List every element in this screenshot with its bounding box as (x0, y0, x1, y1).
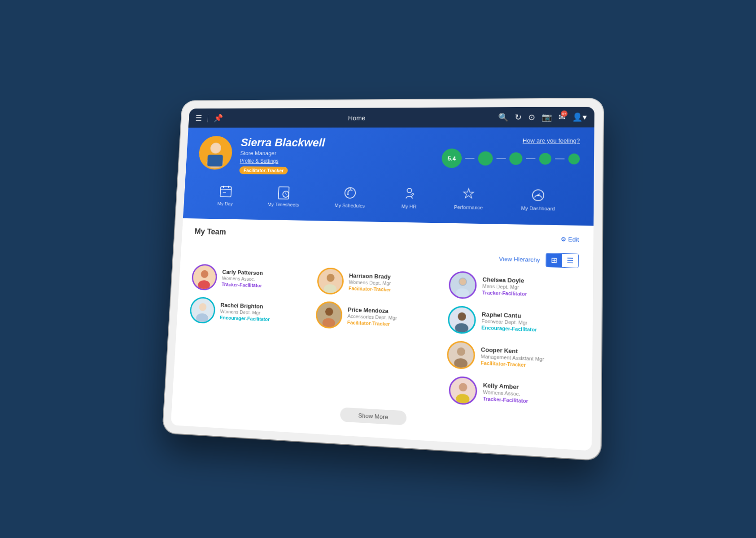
member-info-price: Price Mendoza Accessories Dept. Mgr Faci… (347, 306, 439, 328)
view-hierarchy-link[interactable]: View Hierarchy (498, 255, 540, 263)
member-info-raphel: Raphel Cantu Footwear Dept. Mgr Encourag… (481, 311, 578, 334)
team-member-carly: Carly Patterson Womens Assoc. Tracker-Fa… (191, 264, 309, 293)
member-info-harrison: Harrison Brady Womens Dept. Mgr Facilita… (348, 272, 440, 294)
nav-label-my-timesheets: My Timesheets (267, 201, 299, 207)
hero-section: Sierra Blackwell Store Manager Profile &… (183, 127, 594, 226)
nav-left: ☰ 📌 (195, 113, 223, 123)
nav-item-my-hr[interactable]: My HR (401, 186, 417, 209)
member-avatar-chelsea (449, 271, 477, 299)
mail-icon[interactable]: ✉ 9+ (558, 112, 565, 122)
mood-line-1 (465, 158, 474, 159)
member-avatar-rachel (189, 296, 215, 323)
hero-info: Sierra Blackwell Store Manager Profile &… (239, 136, 433, 176)
user-badge-tag: Facilitator-Tracker (239, 166, 288, 174)
team-member-price: Price Mendoza Accessories Dept. Mgr Faci… (315, 301, 439, 333)
member-avatar-price (315, 301, 342, 329)
member-avatar-kelly (449, 376, 477, 405)
hero-top: Sierra Blackwell Store Manager Profile &… (198, 136, 580, 177)
nav-item-my-timesheets[interactable]: My Timesheets (267, 184, 299, 207)
team-grid: Carly Patterson Womens Assoc. Tracker-Fa… (187, 264, 578, 374)
my-team-header: My Team ⚙ Edit (194, 227, 579, 244)
edit-label: Edit (568, 236, 579, 243)
team-member-cooper: Cooper Kent Management Assistant Mgr Fac… (446, 340, 577, 374)
nav-right: 🔍 ↻ ⊙ 📷 ✉ 9+ 👤▾ (498, 112, 587, 122)
member-info-kelly: Kelly Amber Womens Assoc. Tracker-Facili… (482, 382, 577, 406)
pin-icon[interactable]: 📌 (213, 113, 223, 122)
user-avatar (198, 136, 232, 169)
feeling-link[interactable]: How are you feeling? (522, 137, 580, 144)
team-member-raphel: Raphel Cantu Footwear Dept. Mgr Encourag… (447, 305, 578, 338)
list-view-button[interactable]: ☰ (562, 253, 578, 267)
nav-label-my-hr: My HR (401, 204, 416, 209)
profile-settings-link[interactable]: Profile & Settings (240, 158, 433, 165)
member-info-cooper: Cooper Kent Management Assistant Mgr Fac… (481, 346, 578, 370)
my-team-title: My Team (194, 227, 226, 237)
tablet-wrapper: ☰ 📌 Home 🔍 ↻ ⊙ 📷 ✉ 9+ 👤▾ (162, 99, 603, 460)
mail-badge: 9+ (561, 110, 568, 117)
nav-title: Home (223, 113, 498, 121)
nav-item-my-day[interactable]: My Day (217, 184, 234, 206)
team-member-kelly: Kelly Amber Womens Assoc. Tracker-Facili… (449, 376, 577, 411)
grid-view-button[interactable]: ⊞ (546, 253, 562, 267)
nav-item-my-dashboard[interactable]: My Dashboard (521, 187, 555, 211)
member-avatar-cooper (446, 340, 475, 369)
member-avatar-raphel (447, 305, 476, 334)
member-info-rachel: Rachel Brighton Womens Dept. Mgr Encoura… (219, 301, 307, 323)
mood-dot-4 (568, 153, 580, 164)
team-member-rachel: Rachel Brighton Womens Dept. Mgr Encoura… (189, 296, 307, 327)
tablet-screen: ☰ 📌 Home 🔍 ↻ ⊙ 📷 ✉ 9+ 👤▾ (170, 107, 594, 451)
show-more-button[interactable]: Show More (340, 407, 406, 425)
camera-icon[interactable]: 📷 (542, 112, 552, 122)
nav-label-my-schedules: My Schedules (334, 203, 365, 208)
mood-line-3 (526, 158, 535, 159)
hero-right: How are you feeling? 5.4 (441, 136, 580, 169)
mood-track: 5.4 (441, 148, 580, 169)
main-content: My Team ⚙ Edit View Hierarchy ⊞ ☰ (170, 218, 593, 451)
hero-title: Store Manager (240, 150, 433, 157)
refresh-icon[interactable]: ↻ (515, 112, 522, 122)
member-avatar-harrison (316, 267, 344, 295)
member-info-chelsea: Chelsea Doyle Mens Dept. Mgr Tracker-Fac… (482, 276, 578, 298)
mood-dot-2 (509, 152, 522, 165)
svg-point-14 (345, 187, 355, 198)
team-member-harrison: Harrison Brady Womens Dept. Mgr Facilita… (316, 267, 440, 298)
mood-dot-1 (478, 151, 493, 165)
hero-nav-icons: My Day My Timesheets (196, 183, 579, 211)
mood-line-2 (496, 158, 506, 159)
mood-dot-3 (539, 153, 551, 165)
member-info-carly: Carly Patterson Womens Assoc. Tracker-Fa… (221, 269, 309, 290)
team-member-chelsea: Chelsea Doyle Mens Dept. Mgr Tracker-Fac… (449, 271, 578, 302)
svg-point-16 (407, 188, 411, 193)
section-actions: ⚙ Edit (560, 235, 579, 243)
team-row-actions: View Hierarchy ⊞ ☰ (193, 244, 579, 268)
nav-bar: ☰ 📌 Home 🔍 ↻ ⊙ 📷 ✉ 9+ 👤▾ (188, 107, 594, 128)
mood-score: 5.4 (441, 148, 462, 168)
gear-icon: ⚙ (560, 235, 566, 243)
user-icon[interactable]: 👤▾ (572, 112, 587, 122)
edit-link[interactable]: ⚙ Edit (560, 235, 579, 243)
nav-label-my-dashboard: My Dashboard (521, 205, 555, 211)
view-toggle: ⊞ ☰ (546, 253, 579, 268)
nav-item-my-schedules[interactable]: My Schedules (334, 185, 365, 208)
member-avatar-carly (191, 264, 218, 291)
nav-label-my-day: My Day (217, 201, 233, 206)
nav-divider (207, 114, 208, 122)
hamburger-icon[interactable]: ☰ (195, 113, 202, 122)
mood-line-4 (555, 158, 564, 159)
help-icon[interactable]: ⊙ (528, 112, 535, 122)
nav-item-performance[interactable]: Performance (454, 187, 483, 210)
hero-name: Sierra Blackwell (240, 136, 433, 150)
svg-rect-4 (207, 154, 223, 166)
svg-point-15 (347, 193, 349, 195)
nav-label-performance: Performance (454, 204, 483, 210)
svg-rect-5 (220, 187, 231, 197)
search-icon[interactable]: 🔍 (498, 112, 508, 122)
